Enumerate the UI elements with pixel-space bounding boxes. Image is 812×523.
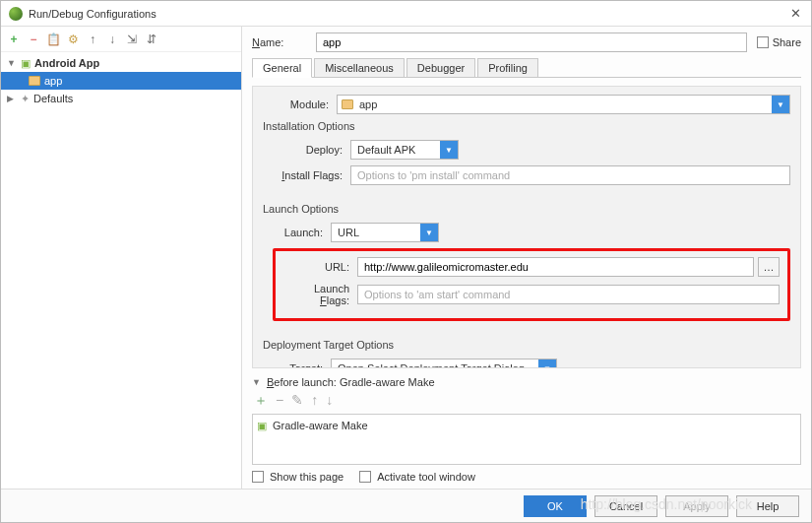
tab-bar: General Miscellaneous Debugger Profiling bbox=[252, 58, 801, 78]
general-panel: Module: app ▼ Installation Options Deplo… bbox=[252, 86, 801, 368]
down-icon[interactable]: ↓ bbox=[105, 33, 119, 46]
tree-label: app bbox=[44, 75, 62, 87]
export-icon[interactable]: ⇲ bbox=[125, 33, 139, 46]
caret-down-icon: ▼ bbox=[252, 377, 261, 387]
close-icon[interactable]: ✕ bbox=[787, 6, 803, 21]
show-this-page-checkbox[interactable]: Show this page bbox=[252, 471, 344, 483]
deploy-target-group-title: Deployment Target Options bbox=[263, 339, 790, 351]
caret-down-icon: ▼ bbox=[7, 58, 17, 68]
tree-node-android-app[interactable]: ▼ ▣ Android App bbox=[1, 54, 241, 72]
browse-button[interactable]: … bbox=[758, 257, 780, 277]
before-launch-item-label: Gradle-aware Make bbox=[273, 420, 368, 431]
list-item[interactable]: ▣ Gradle-aware Make bbox=[257, 417, 796, 434]
tree-node-app[interactable]: app bbox=[1, 72, 241, 90]
before-launch-toolbar: ＋ − ✎ ↑ ↓ bbox=[252, 388, 801, 414]
folder-icon bbox=[342, 99, 353, 109]
target-select[interactable]: Open Select Deployment Target Dialog ▼ bbox=[331, 359, 557, 368]
tab-general[interactable]: General bbox=[252, 58, 312, 78]
checkbox-icon bbox=[359, 471, 371, 483]
url-input[interactable] bbox=[357, 257, 754, 277]
before-launch-label: Before launch: Gradle-aware Make bbox=[267, 376, 435, 388]
dialog-window: Run/Debug Configurations ✕ + − 📋 ⚙ ↑ ↓ ⇲… bbox=[0, 0, 812, 523]
folder-icon bbox=[29, 76, 40, 86]
apply-button[interactable]: Apply bbox=[665, 495, 728, 517]
launch-flags-label: Launch Flags: bbox=[283, 283, 357, 306]
name-label: Name: bbox=[252, 36, 316, 48]
content-pane: Name: Share General Miscellaneous Debugg… bbox=[242, 27, 811, 489]
add-icon[interactable]: ＋ bbox=[254, 392, 268, 410]
settings-icon[interactable]: ⚙ bbox=[66, 33, 80, 46]
help-button[interactable]: Help bbox=[736, 495, 799, 517]
tree-label: Android App bbox=[34, 57, 99, 69]
highlighted-url-section: URL: … Launch Flags: bbox=[273, 248, 790, 321]
activate-tool-checkbox[interactable]: Activate tool window bbox=[359, 471, 475, 483]
name-row: Name: Share bbox=[252, 33, 801, 52]
module-select[interactable]: app ▼ bbox=[337, 95, 790, 114]
sort-icon[interactable]: ⇵ bbox=[145, 33, 158, 46]
window-title: Run/Debug Configurations bbox=[29, 8, 787, 20]
target-label: Target: bbox=[277, 362, 331, 368]
chevron-down-icon: ▼ bbox=[538, 360, 556, 368]
name-input[interactable] bbox=[316, 33, 747, 52]
up-icon[interactable]: ↑ bbox=[86, 33, 99, 46]
config-toolbar: + − 📋 ⚙ ↑ ↓ ⇲ ⇵ bbox=[1, 27, 241, 52]
add-icon[interactable]: + bbox=[7, 33, 21, 46]
share-label: Share bbox=[773, 36, 801, 48]
tree-node-defaults[interactable]: ▶ ✦ Defaults bbox=[1, 90, 241, 107]
chevron-down-icon: ▼ bbox=[420, 224, 438, 241]
activate-tool-label: Activate tool window bbox=[377, 471, 475, 483]
install-flags-input[interactable] bbox=[350, 165, 790, 185]
remove-icon[interactable]: − bbox=[276, 392, 283, 410]
tab-profiling[interactable]: Profiling bbox=[477, 58, 538, 77]
module-row: Module: app ▼ bbox=[263, 95, 790, 114]
dialog-buttons: OK Cancel Apply Help bbox=[1, 489, 811, 522]
launch-select[interactable]: URL ▼ bbox=[331, 223, 439, 242]
tab-debugger[interactable]: Debugger bbox=[406, 58, 475, 77]
before-launch-header[interactable]: ▼ Before launch: Gradle-aware Make bbox=[252, 376, 801, 388]
launch-group-title: Launch Options bbox=[263, 203, 790, 215]
down-icon[interactable]: ↓ bbox=[326, 392, 333, 410]
copy-icon[interactable]: 📋 bbox=[46, 33, 60, 46]
up-icon[interactable]: ↑ bbox=[311, 392, 318, 410]
caret-right-icon: ▶ bbox=[7, 94, 17, 103]
before-launch-list[interactable]: ▣ Gradle-aware Make bbox=[252, 414, 801, 465]
show-this-page-label: Show this page bbox=[270, 471, 344, 483]
ok-button[interactable]: OK bbox=[524, 495, 587, 517]
chevron-down-icon: ▼ bbox=[772, 96, 789, 113]
module-label: Module: bbox=[263, 98, 337, 110]
wrench-icon: ✦ bbox=[21, 93, 30, 105]
checkbox-icon bbox=[252, 471, 264, 483]
deploy-label: Deploy: bbox=[277, 144, 350, 156]
url-label: URL: bbox=[283, 261, 357, 273]
launch-flags-input[interactable] bbox=[357, 285, 780, 304]
deploy-select[interactable]: Default APK ▼ bbox=[350, 140, 459, 160]
sidebar: + − 📋 ⚙ ↑ ↓ ⇲ ⇵ ▼ ▣ Android App app bbox=[1, 27, 242, 489]
launch-value: URL bbox=[332, 227, 420, 238]
checkbox-icon bbox=[757, 36, 769, 48]
main-split: + − 📋 ⚙ ↑ ↓ ⇲ ⇵ ▼ ▣ Android App app bbox=[1, 27, 811, 489]
edit-icon[interactable]: ✎ bbox=[291, 392, 303, 410]
remove-icon[interactable]: − bbox=[27, 33, 40, 46]
app-logo-icon bbox=[9, 7, 23, 21]
cancel-button[interactable]: Cancel bbox=[594, 495, 657, 517]
target-value: Open Select Deployment Target Dialog bbox=[332, 362, 538, 368]
config-tree: ▼ ▣ Android App app ▶ ✦ Defaults bbox=[1, 52, 241, 489]
before-launch-section: ▼ Before launch: Gradle-aware Make ＋ − ✎… bbox=[252, 376, 801, 489]
android-icon: ▣ bbox=[21, 57, 31, 70]
install-flags-label: Install Flags: bbox=[277, 169, 350, 181]
share-checkbox[interactable]: Share bbox=[757, 36, 801, 48]
module-value: app bbox=[353, 98, 772, 110]
tab-miscellaneous[interactable]: Miscellaneous bbox=[314, 58, 405, 77]
deploy-value: Default APK bbox=[351, 144, 440, 156]
gradle-icon: ▣ bbox=[257, 420, 267, 432]
install-group-title: Installation Options bbox=[263, 120, 790, 132]
launch-label: Launch: bbox=[277, 227, 331, 238]
tree-label: Defaults bbox=[33, 93, 73, 104]
titlebar: Run/Debug Configurations ✕ bbox=[1, 1, 811, 27]
chevron-down-icon: ▼ bbox=[440, 141, 458, 159]
